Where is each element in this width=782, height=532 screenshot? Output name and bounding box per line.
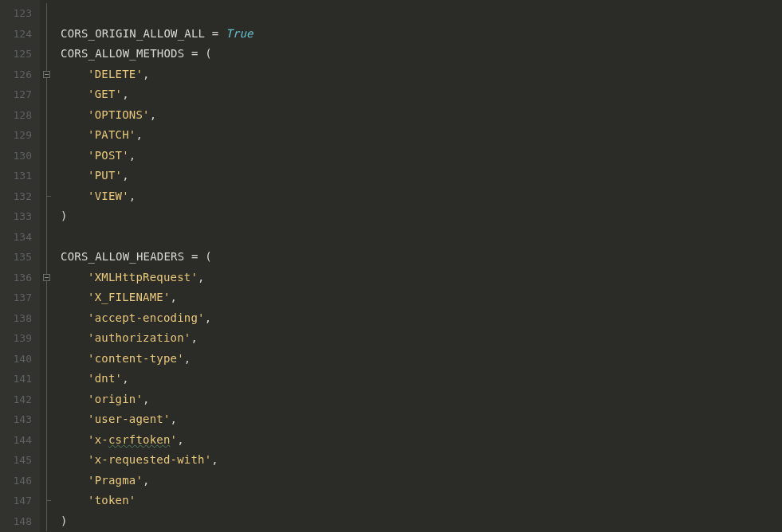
code-line[interactable]: ) xyxy=(61,206,782,227)
fold-toggle-icon[interactable] xyxy=(43,274,50,281)
code-line[interactable]: 'Pragma', xyxy=(61,471,782,491)
code-token: , xyxy=(177,433,184,446)
fold-cell xyxy=(40,511,54,532)
line-number: 147 xyxy=(0,491,40,511)
code-line[interactable]: 'OPTIONS', xyxy=(61,105,782,126)
fold-cell xyxy=(40,247,54,268)
code-line[interactable]: ) xyxy=(61,511,782,532)
code-token: 'content-type' xyxy=(61,352,184,365)
fold-cell xyxy=(40,186,54,207)
code-token: ( xyxy=(198,250,212,263)
code-line[interactable]: 'VIEW', xyxy=(61,186,782,207)
code-token: 'x-requested-with' xyxy=(61,453,211,466)
fold-cell xyxy=(40,450,54,471)
line-number: 142 xyxy=(0,389,40,410)
line-number: 143 xyxy=(0,409,40,430)
code-token: , xyxy=(171,413,178,425)
line-number: 123 xyxy=(0,3,40,24)
line-number: 125 xyxy=(0,44,40,65)
code-token: , xyxy=(129,190,136,202)
code-line[interactable]: 'user-agent', xyxy=(61,409,782,430)
code-line[interactable]: 'GET', xyxy=(61,84,782,105)
code-token: , xyxy=(143,474,150,487)
code-line[interactable]: 'dnt', xyxy=(61,369,782,389)
code-line[interactable]: CORS_ORIGIN_ALLOW_ALL = True xyxy=(61,24,782,45)
code-line[interactable]: 'content-type', xyxy=(61,349,782,370)
code-token: 'accept-encoding' xyxy=(61,311,205,324)
fold-cell xyxy=(40,125,54,146)
code-line[interactable]: 'origin', xyxy=(61,389,782,410)
fold-cell xyxy=(40,65,54,85)
code-token: 'XMLHttpRequest' xyxy=(61,271,198,284)
line-number: 146 xyxy=(0,471,40,491)
code-line[interactable]: 'POST', xyxy=(61,146,782,166)
code-line[interactable] xyxy=(61,227,782,248)
code-token: = xyxy=(191,250,198,263)
fold-cell xyxy=(40,308,54,329)
code-line[interactable]: 'PATCH', xyxy=(61,125,782,146)
line-number: 134 xyxy=(0,227,40,248)
code-token: 'PUT' xyxy=(61,169,122,182)
line-number: 137 xyxy=(0,288,40,308)
code-token: , xyxy=(198,271,205,284)
fold-cell xyxy=(40,84,54,105)
code-token xyxy=(218,27,226,40)
line-number: 138 xyxy=(0,308,40,329)
code-token: , xyxy=(129,149,136,162)
code-token: 'token' xyxy=(61,494,136,507)
line-number: 148 xyxy=(0,511,40,532)
code-line[interactable]: 'X_FILENAME', xyxy=(61,288,782,308)
code-token: , xyxy=(122,372,129,385)
fold-cell xyxy=(40,268,54,288)
code-token: CORS_ORIGIN_ALLOW_ALL xyxy=(61,27,212,40)
line-number: 140 xyxy=(0,349,40,370)
code-token: , xyxy=(143,68,150,80)
code-token: CORS_ALLOW_METHODS xyxy=(61,47,191,60)
code-line[interactable]: CORS_ALLOW_HEADERS = ( xyxy=(61,247,782,268)
code-line[interactable]: 'PUT', xyxy=(61,166,782,186)
code-token: 'origin' xyxy=(61,393,143,405)
fold-cell xyxy=(40,227,54,248)
fold-toggle-icon[interactable] xyxy=(43,71,50,78)
code-line[interactable]: 'accept-encoding', xyxy=(61,308,782,329)
code-line[interactable] xyxy=(61,3,782,24)
code-line[interactable]: CORS_ALLOW_METHODS = ( xyxy=(61,44,782,65)
code-line[interactable]: 'x-csrftoken', xyxy=(61,430,782,451)
code-token: 'PATCH' xyxy=(61,128,136,141)
code-token: ) xyxy=(61,209,68,222)
fold-cell xyxy=(40,166,54,186)
code-token: , xyxy=(122,88,129,100)
code-token: , xyxy=(191,331,198,344)
code-line[interactable]: 'DELETE', xyxy=(61,65,782,85)
line-number: 145 xyxy=(0,450,40,471)
fold-cell xyxy=(40,146,54,166)
code-token: 'POST' xyxy=(61,149,129,162)
code-token: ' xyxy=(171,433,178,446)
line-number: 139 xyxy=(0,328,40,349)
code-token: 'GET' xyxy=(61,88,122,100)
code-token: ) xyxy=(61,514,68,527)
code-editor[interactable]: 1231241251261271281291301311321331341351… xyxy=(0,0,782,532)
code-token: 'OPTIONS' xyxy=(61,108,150,121)
fold-cell xyxy=(40,349,54,370)
line-number-gutter: 1231241251261271281291301311321331341351… xyxy=(0,0,40,532)
line-number: 126 xyxy=(0,65,40,85)
fold-cell xyxy=(40,328,54,349)
code-token: 'x- xyxy=(61,433,108,446)
code-line[interactable]: 'authorization', xyxy=(61,328,782,349)
code-token: ( xyxy=(198,47,212,60)
code-token: , xyxy=(136,128,143,141)
fold-cell xyxy=(40,288,54,308)
code-token: 'user-agent' xyxy=(61,413,171,425)
line-number: 127 xyxy=(0,84,40,105)
code-token: , xyxy=(143,393,150,405)
fold-cell xyxy=(40,24,54,45)
code-line[interactable]: 'token' xyxy=(61,491,782,511)
code-area[interactable]: CORS_ORIGIN_ALLOW_ALL = TrueCORS_ALLOW_M… xyxy=(54,0,782,532)
code-line[interactable]: 'x-requested-with', xyxy=(61,450,782,471)
code-token: , xyxy=(171,291,178,303)
fold-cell xyxy=(40,369,54,389)
code-line[interactable]: 'XMLHttpRequest', xyxy=(61,268,782,288)
code-token: 'X_FILENAME' xyxy=(61,291,171,303)
line-number: 132 xyxy=(0,186,40,207)
